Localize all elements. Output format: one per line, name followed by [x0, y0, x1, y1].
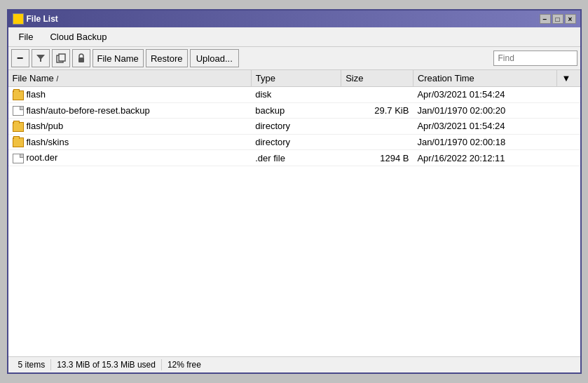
file-list-area: File Name / Type Size Creation Time ▼ — [8, 70, 580, 356]
title-buttons: − □ × — [540, 14, 576, 24]
table-header-row: File Name / Type Size Creation Time ▼ — [8, 70, 580, 87]
status-storage: 13.3 MiB of 15.3 MiB used — [51, 359, 162, 370]
svg-rect-2 — [59, 54, 65, 61]
menu-file[interactable]: File — [11, 29, 41, 45]
cell-filename: flash/skins — [8, 134, 252, 150]
cell-time: Apr/03/2021 01:54:24 — [413, 119, 556, 135]
cell-time: Jan/01/1970 02:00:20 — [413, 102, 556, 119]
status-free: 12% free — [162, 359, 207, 370]
file-icon — [13, 154, 24, 163]
cell-filename: flash/auto-before-reset.backup — [8, 102, 252, 119]
restore-button[interactable]: □ — [552, 14, 563, 24]
table-row[interactable]: flashdiskApr/03/2021 01:54:24 — [8, 87, 580, 103]
cell-time: Apr/16/2022 20:12:11 — [413, 150, 556, 166]
cell-type: backup — [251, 102, 341, 119]
folder-icon — [13, 90, 24, 100]
upload-button[interactable]: Upload... — [190, 49, 239, 67]
menu-cloud-backup[interactable]: Cloud Backup — [42, 29, 114, 45]
toolbar: − File Name Restore Upload... — [8, 47, 580, 70]
table-row[interactable]: flash/auto-before-reset.backupbackup29.7… — [8, 102, 580, 119]
svg-rect-3 — [78, 58, 84, 62]
cell-size: 1294 B — [341, 150, 413, 166]
cell-extra — [557, 119, 580, 135]
file-table: File Name / Type Size Creation Time ▼ — [8, 70, 580, 166]
status-items: 5 items — [13, 359, 52, 370]
col-header-size[interactable]: Size — [341, 70, 413, 87]
table-row[interactable]: root.der.der file1294 BApr/16/2022 20:12… — [8, 150, 580, 166]
window-icon — [13, 13, 24, 25]
folder-icon — [13, 122, 24, 132]
copy-button[interactable] — [52, 49, 70, 67]
folder-icon — [13, 137, 24, 147]
cell-size — [341, 134, 413, 150]
cell-size: 29.7 KiB — [341, 102, 413, 119]
status-bar: 5 items 13.3 MiB of 15.3 MiB used 12% fr… — [8, 356, 580, 372]
col-header-time[interactable]: Creation Time — [413, 70, 556, 87]
filename-text: flash — [27, 89, 46, 100]
close-button[interactable]: × — [565, 14, 576, 24]
filename-text: root.der — [27, 152, 58, 163]
cell-filename: flash — [8, 87, 252, 103]
cell-time: Jan/01/1970 02:00:18 — [413, 134, 556, 150]
lock-button[interactable] — [72, 49, 90, 67]
filter-icon — [36, 53, 46, 63]
window-title: File List — [27, 14, 58, 24]
filename-sort-icon: / — [56, 75, 58, 83]
cell-type: disk — [251, 87, 341, 103]
main-window: File List − □ × File Cloud Backup − — [7, 9, 582, 374]
cell-extra — [557, 150, 580, 166]
filename-text: flash/auto-before-reset.backup — [27, 105, 150, 116]
cell-extra — [557, 87, 580, 103]
cell-extra — [557, 102, 580, 119]
col-header-type[interactable]: Type — [251, 70, 341, 87]
backup-button[interactable]: File Name — [93, 49, 144, 67]
table-row[interactable]: flash/pubdirectoryApr/03/2021 01:54:24 — [8, 119, 580, 135]
menu-bar: File Cloud Backup — [8, 27, 580, 47]
cell-size — [341, 87, 413, 103]
filter-button[interactable] — [32, 49, 50, 67]
filename-text: flash/pub — [27, 121, 64, 131]
col-header-sort[interactable]: ▼ — [557, 70, 580, 87]
cell-filename: flash/pub — [8, 119, 252, 135]
cell-type: directory — [251, 134, 341, 150]
lock-icon — [76, 53, 86, 63]
title-bar: File List − □ × — [8, 11, 580, 27]
cell-type: directory — [251, 119, 341, 135]
cell-filename: root.der — [8, 150, 252, 166]
filename-text: flash/skins — [27, 137, 69, 147]
find-input[interactable] — [493, 51, 577, 66]
copy-icon — [56, 53, 66, 63]
minimize-button[interactable]: − — [540, 14, 551, 24]
col-header-filename[interactable]: File Name / — [8, 70, 252, 87]
file-table-body: flashdiskApr/03/2021 01:54:24flash/auto-… — [8, 87, 580, 166]
file-icon — [13, 106, 24, 116]
cell-extra — [557, 134, 580, 150]
title-bar-left: File List — [13, 13, 58, 25]
svg-marker-0 — [36, 55, 45, 62]
sort-dropdown-icon: ▼ — [561, 73, 570, 83]
cell-type: .der file — [251, 150, 341, 166]
table-row[interactable]: flash/skinsdirectoryJan/01/1970 02:00:18 — [8, 134, 580, 150]
cell-time: Apr/03/2021 01:54:24 — [413, 87, 556, 103]
cell-size — [341, 119, 413, 135]
minus-button[interactable]: − — [11, 49, 29, 67]
restore-button[interactable]: Restore — [146, 49, 188, 67]
